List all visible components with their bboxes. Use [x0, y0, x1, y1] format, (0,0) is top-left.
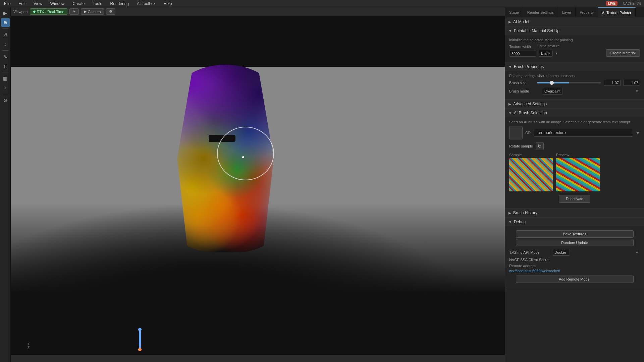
section-brush-history-header[interactable]: ▶ Brush History	[505, 208, 644, 217]
tab-property[interactable]: Property	[576, 7, 598, 17]
brush-mode-row: Brush mode Overpaint Blend Erase	[509, 88, 640, 95]
camera-label: Camera	[88, 10, 101, 14]
section-advanced-settings: ▶ Advanced Settings	[505, 100, 644, 109]
viewport-label: Viewport	[13, 10, 28, 14]
ai-brush-desc: Seed an AI brush with an image. Select a…	[509, 120, 640, 124]
initial-texture-select-wrapper: Blank	[539, 50, 559, 57]
ai-model-label: AI Model	[513, 19, 529, 24]
menu-item-window[interactable]: Window	[49, 1, 66, 7]
txt2img-api-row: Txt2Img API Mode Docker Local Remote	[509, 249, 640, 256]
tab-ai-texture-painter[interactable]: AI Texture Painter	[598, 7, 636, 17]
z-axis-label: Z	[28, 346, 30, 350]
tool-rotate[interactable]: ↺	[1, 31, 10, 39]
tool-cursor[interactable]: ▶	[1, 9, 10, 17]
brush-mode-select-wrapper: Overpaint Blend Erase	[542, 88, 640, 95]
menu-item-tools[interactable]: Tools	[92, 1, 104, 7]
generate-wand-icon[interactable]: ✦	[636, 130, 640, 136]
menu-item-rendering[interactable]: Rendering	[109, 1, 130, 7]
texture-width-input[interactable]	[509, 51, 536, 57]
tab-layer[interactable]: Layer	[558, 7, 576, 17]
sample-image-box[interactable]	[509, 126, 523, 139]
brush-mode-select[interactable]: Overpaint Blend Erase	[542, 88, 563, 95]
paintable-desc: Initialize the selected Mesh for paintin…	[509, 38, 640, 42]
tool-layers[interactable]: ▯	[1, 62, 10, 70]
txt2img-api-select[interactable]: Docker Local Remote	[552, 249, 570, 256]
viewport-settings-btn[interactable]: ⚙	[106, 8, 115, 15]
camera-icon: ▶	[84, 9, 87, 14]
rotate-sample-label: Rotate sample	[509, 144, 533, 148]
gizmo-top-node	[138, 328, 142, 331]
tab-render-settings[interactable]: Render Settings	[523, 7, 558, 17]
rtx-label: RTX - Real-Time	[37, 10, 64, 14]
rotate-sample-button[interactable]: ↻	[536, 142, 544, 150]
tool-scale[interactable]: ↕	[1, 40, 10, 49]
lighting-btn[interactable]: ☀	[69, 8, 79, 15]
left-toolbar: ▶ ⊕ ↺ ↕ ✎ ▯ ▩ ▫ ⊘	[0, 7, 11, 362]
menu-item-edit[interactable]: Edit	[17, 1, 27, 7]
or-label: OR	[525, 131, 531, 135]
preview-texture	[556, 158, 600, 191]
remote-address-block: Remote address ws://localhost:6060/webso…	[509, 264, 640, 273]
bake-textures-button[interactable]: Bake Textures	[516, 230, 634, 238]
section-debug-header[interactable]: ▼ Debug	[505, 218, 644, 226]
brush-properties-content: Painting settings shared across brushes.…	[505, 71, 644, 99]
add-remote-model-button[interactable]: Add Remote Model	[516, 276, 634, 283]
ai-model-collapse-icon: ▶	[508, 20, 511, 24]
preview-block: Preview	[556, 153, 600, 191]
section-ai-model-header[interactable]: ▶ AI Model	[505, 17, 644, 26]
initial-texture-block: Initial texture Blank	[539, 44, 559, 57]
text-prompt-input[interactable]	[534, 129, 633, 137]
tool-move[interactable]: ⊕	[1, 18, 10, 27]
rtx-realtime-btn[interactable]: ◆ RTX - Real-Time	[30, 8, 67, 15]
section-brush-properties: ▼ Brush Properties Painting settings sha…	[505, 62, 644, 100]
section-ai-brush-header[interactable]: ▼ AI Brush Selection	[505, 109, 644, 117]
viewport-topbar: Viewport ◆ RTX - Real-Time ☀ ▶ Camera ⚙	[11, 7, 505, 16]
gizmo-bar	[139, 331, 141, 348]
camera-btn[interactable]: ▶ Camera	[81, 8, 104, 15]
sample-block: Sample	[509, 153, 553, 191]
status-bar	[11, 355, 505, 362]
tool-brush[interactable]: ✎	[1, 52, 10, 61]
random-update-button[interactable]: Random Update	[516, 239, 634, 246]
menu-item-file[interactable]: File	[3, 1, 12, 7]
brush-properties-desc: Painting settings shared across brushes.	[509, 74, 640, 78]
section-debug: ▼ Debug Bake Textures Random Update Txt2…	[505, 218, 644, 287]
sample-label: Sample	[509, 153, 553, 157]
section-ai-brush: ▼ AI Brush Selection Seed an AI brush wi…	[505, 109, 644, 208]
ai-brush-label: AI Brush Selection	[514, 111, 547, 115]
brush-size-row: Brush size	[509, 80, 640, 86]
ai-brush-collapse-icon: ▼	[508, 111, 512, 115]
brush-properties-collapse-icon: ▼	[508, 65, 512, 69]
paintable-collapse-icon: ▼	[508, 29, 512, 33]
thumbnails-row: Sample Preview	[509, 153, 640, 191]
section-advanced-header[interactable]: ▶ Advanced Settings	[505, 100, 644, 108]
advanced-collapse-icon: ▶	[508, 102, 511, 106]
xyz-gizmo	[138, 328, 142, 351]
section-brush-header[interactable]: ▼ Brush Properties	[505, 62, 644, 71]
menu-item-help[interactable]: Help	[162, 1, 173, 7]
brush-size-value-input[interactable]	[604, 80, 621, 86]
advanced-label: Advanced Settings	[513, 102, 547, 106]
texture-width-block: Texture width	[509, 45, 536, 57]
viewport-canvas[interactable]: Y Z	[11, 16, 505, 355]
create-material-button[interactable]: Create Material	[606, 49, 640, 57]
menu-item-ai-toolbox[interactable]: AI Toolbox	[136, 1, 157, 7]
menu-item-view[interactable]: View	[32, 1, 44, 7]
dark-stripe	[209, 135, 235, 142]
menu-item-create[interactable]: Create	[71, 1, 86, 7]
brush-size-slider-container	[537, 82, 601, 83]
tool-ban[interactable]: ⊘	[1, 96, 10, 105]
section-paintable-header[interactable]: ▼ Paintable Material Set Up	[505, 26, 644, 35]
paintable-label: Paintable Material Set Up	[514, 28, 559, 33]
deactivate-button[interactable]: Deactivate	[559, 195, 590, 203]
nvcf-label: NVCF SSA Client Secret	[509, 258, 549, 262]
initial-texture-select[interactable]: Blank	[539, 50, 553, 57]
brush-size-label: Brush size	[509, 81, 534, 85]
initial-texture-label: Initial texture	[539, 44, 559, 48]
tab-stage[interactable]: Stage	[505, 7, 523, 17]
cache-info: CACHE: 0%	[623, 2, 641, 5]
tool-paint2[interactable]: ▫	[1, 83, 10, 92]
tool-group[interactable]: ▩	[1, 74, 10, 83]
brush-size-display[interactable]	[623, 80, 640, 86]
brush-size-slider[interactable]	[537, 82, 601, 83]
